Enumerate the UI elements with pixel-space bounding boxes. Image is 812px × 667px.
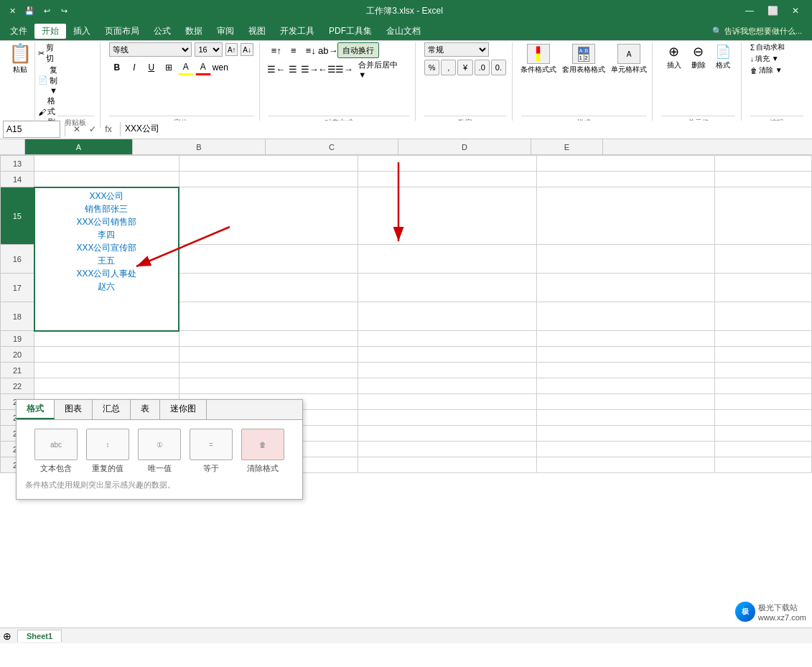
formula-input[interactable] bbox=[122, 121, 812, 138]
cf-tab-table[interactable]: 表 bbox=[131, 400, 160, 419]
cell-c19[interactable] bbox=[358, 331, 536, 347]
font-name-select[interactable]: 等线 bbox=[109, 42, 192, 57]
row-header-19[interactable]: 19 bbox=[1, 331, 34, 347]
percent-button[interactable]: % bbox=[424, 60, 439, 75]
cell-c13[interactable] bbox=[358, 156, 536, 172]
cf-text-contains[interactable]: abc 文本包含 bbox=[34, 429, 78, 474]
align-middle-v[interactable]: ≡ bbox=[286, 42, 302, 58]
insert-function-button[interactable]: fx bbox=[101, 122, 116, 136]
cell-c25[interactable] bbox=[358, 426, 536, 442]
cf-tab-summary[interactable]: 汇总 bbox=[93, 400, 131, 419]
cell-d24[interactable] bbox=[536, 410, 715, 426]
cell-d19[interactable] bbox=[536, 331, 715, 347]
cell-b14[interactable] bbox=[179, 172, 358, 187]
italic-button[interactable]: I bbox=[126, 60, 142, 75]
auto-sum-button[interactable]: Σ自动求和 bbox=[750, 42, 785, 52]
cancel-formula-button[interactable]: ✕ bbox=[70, 122, 84, 136]
auto-wrap-button[interactable]: 自动换行 bbox=[337, 42, 379, 58]
row-header-20[interactable]: 20 bbox=[1, 347, 34, 363]
cell-c16[interactable] bbox=[358, 245, 536, 274]
cell-d27[interactable] bbox=[536, 457, 715, 473]
close-button[interactable]: ✕ bbox=[785, 0, 806, 22]
cell-a15[interactable]: XXX公司 销售部张三 XXX公司销售部 李四 XXX公司宣传部 王五 XXX公… bbox=[34, 187, 179, 331]
cell-c17[interactable] bbox=[358, 274, 536, 302]
fill-button[interactable]: ↓填充 ▼ bbox=[750, 54, 779, 64]
border-button[interactable]: ⊞ bbox=[161, 60, 177, 75]
cell-b19[interactable] bbox=[179, 331, 358, 347]
align-right[interactable]: ☰→ bbox=[302, 61, 317, 77]
add-sheet-button[interactable]: ⊕ bbox=[3, 630, 11, 642]
menu-pdf[interactable]: PDF工具集 bbox=[322, 24, 379, 39]
select-all-button[interactable] bbox=[0, 139, 25, 155]
indent-increase[interactable]: ☰→ bbox=[336, 61, 352, 77]
menu-search[interactable]: 🔍 告诉我您想要做什么... bbox=[705, 24, 809, 38]
underline-button[interactable]: U bbox=[144, 60, 159, 75]
confirm-formula-button[interactable]: ✓ bbox=[85, 122, 100, 136]
insert-button[interactable]: ⊕ 插入 bbox=[663, 42, 685, 72]
align-center[interactable]: ☰ bbox=[286, 61, 300, 77]
save-icon[interactable]: 💾 bbox=[23, 4, 36, 17]
row-header-18[interactable]: 18 bbox=[1, 302, 34, 331]
cell-b20[interactable] bbox=[179, 347, 358, 363]
menu-insert[interactable]: 插入 bbox=[66, 24, 98, 39]
font-size-decrease[interactable]: A↓ bbox=[241, 43, 253, 56]
paste-button[interactable]: 📋 粘贴 bbox=[9, 42, 35, 128]
col-header-d[interactable]: D bbox=[398, 139, 531, 154]
number-format-select[interactable]: 常规 bbox=[424, 42, 489, 57]
cell-a14[interactable] bbox=[34, 172, 179, 187]
cut-button[interactable]: ✂剪切 bbox=[38, 42, 57, 64]
cf-tab-chart[interactable]: 图表 bbox=[55, 400, 93, 419]
col-header-b[interactable]: B bbox=[133, 139, 266, 154]
cell-style-button[interactable]: A 单元格样式 bbox=[610, 42, 648, 76]
format-button[interactable]: 📄 格式 bbox=[712, 42, 734, 72]
cell-d13[interactable] bbox=[536, 156, 715, 172]
align-top[interactable]: ≡↑ bbox=[269, 42, 284, 58]
menu-home[interactable]: 开始 bbox=[34, 24, 66, 39]
cell-c20[interactable] bbox=[358, 347, 536, 363]
cell-e18[interactable] bbox=[715, 302, 812, 331]
row-header-14[interactable]: 14 bbox=[1, 172, 34, 187]
row-header-15[interactable]: 15 bbox=[1, 187, 34, 245]
text-direction[interactable]: ab→ bbox=[320, 42, 336, 58]
fill-color-button[interactable]: A bbox=[178, 60, 194, 75]
sheet-tab-1[interactable]: Sheet1 bbox=[17, 630, 62, 642]
cell-d15[interactable] bbox=[536, 187, 715, 245]
delete-button[interactable]: ⊖ 删除 bbox=[688, 42, 709, 72]
cell-d16[interactable] bbox=[536, 245, 715, 274]
cell-b22[interactable] bbox=[179, 378, 358, 394]
cell-e13[interactable] bbox=[715, 156, 812, 172]
col-header-c[interactable]: C bbox=[266, 139, 398, 154]
undo-icon[interactable]: ↩ bbox=[40, 4, 53, 17]
cf-tab-sparkline[interactable]: 迷你图 bbox=[160, 400, 207, 419]
cell-e26[interactable] bbox=[715, 442, 812, 457]
minimize-button[interactable]: — bbox=[739, 0, 760, 22]
cell-b13[interactable] bbox=[179, 156, 358, 172]
cell-c14[interactable] bbox=[358, 172, 536, 187]
bold-button[interactable]: B bbox=[109, 60, 125, 75]
cell-c18[interactable] bbox=[358, 302, 536, 331]
conditional-format-button[interactable]: ▊▊ 条件格式式 bbox=[519, 42, 558, 76]
menu-view[interactable]: 视图 bbox=[241, 24, 273, 39]
cell-e17[interactable] bbox=[715, 274, 812, 302]
cf-tab-format[interactable]: 格式 bbox=[17, 400, 55, 419]
cell-e23[interactable] bbox=[715, 394, 812, 410]
cell-d17[interactable] bbox=[536, 274, 715, 302]
cell-c24[interactable] bbox=[358, 410, 536, 426]
cell-d25[interactable] bbox=[536, 426, 715, 442]
row-header-13[interactable]: 13 bbox=[1, 156, 34, 172]
cell-e25[interactable] bbox=[715, 426, 812, 442]
align-left[interactable]: ☰← bbox=[269, 61, 284, 77]
clear-format-button[interactable]: wen bbox=[213, 60, 228, 75]
font-size-increase[interactable]: A↑ bbox=[225, 43, 238, 56]
cell-d14[interactable] bbox=[536, 172, 715, 187]
cell-c23[interactable] bbox=[358, 394, 536, 410]
cf-duplicate[interactable]: ↕ 重复的值 bbox=[86, 429, 129, 474]
indent-decrease[interactable]: ←☰ bbox=[319, 61, 335, 77]
cell-c21[interactable] bbox=[358, 363, 536, 378]
menu-kingsoft[interactable]: 金山文档 bbox=[379, 24, 428, 39]
cell-c27[interactable] bbox=[358, 457, 536, 473]
menu-developer[interactable]: 开发工具 bbox=[273, 24, 322, 39]
cell-a20[interactable] bbox=[34, 347, 179, 363]
row-header-16[interactable]: 16 bbox=[1, 245, 34, 274]
redo-icon[interactable]: ↪ bbox=[57, 4, 70, 17]
